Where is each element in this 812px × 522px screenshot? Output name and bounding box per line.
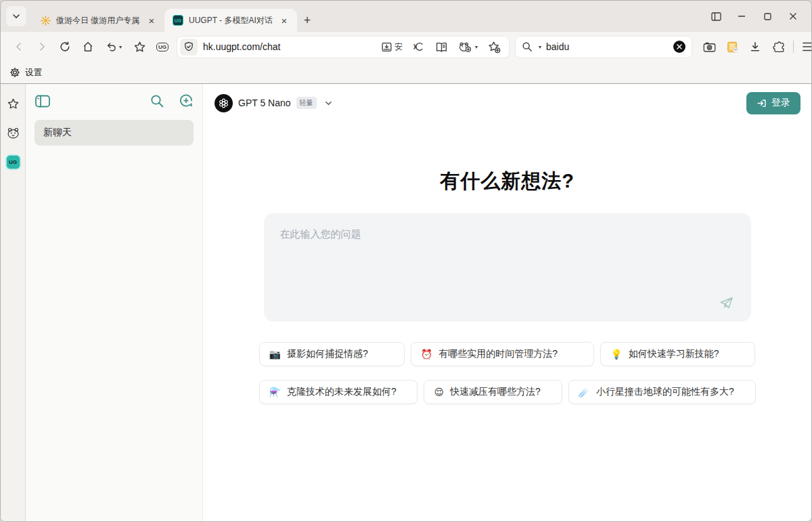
suggestion-chips: 📷 摄影如何捕捉情感? ⏰ 有哪些实用的时间管理方法? 💡 如何快速学习新技能?… — [259, 342, 756, 404]
reading-mode-button[interactable] — [435, 41, 448, 53]
address-bar[interactable]: hk.uugpt.com/chat 安 — [177, 36, 510, 58]
extensions-button[interactable] — [767, 36, 790, 58]
search-box[interactable]: ▾ — [515, 36, 692, 58]
tab-list-button[interactable] — [6, 6, 26, 26]
maxnote-button[interactable] — [721, 36, 744, 58]
site-security-button[interactable] — [180, 39, 198, 56]
shield-check-icon — [183, 41, 194, 52]
favorites-star-icon[interactable] — [7, 97, 20, 110]
tab-uugpt[interactable]: UG UUGPT - 多模型AI对话 × — [164, 9, 297, 32]
ug-box-icon: UG — [156, 43, 168, 51]
model-badge: 轻量 — [296, 97, 317, 109]
suggestion-chip[interactable]: 📷 摄影如何捕捉情感? — [259, 342, 405, 366]
book-icon — [435, 41, 448, 53]
ug-app-button[interactable]: UG — [151, 36, 174, 58]
address-bar-actions: 安 ▾ — [381, 41, 501, 53]
login-label: 登录 — [771, 97, 790, 109]
read-aloud-button[interactable] — [413, 41, 425, 53]
suggestion-text: 如何快速学习新技能? — [629, 348, 719, 360]
star-plus-icon — [488, 41, 501, 53]
camera-emoji-icon: 📷 — [269, 349, 281, 359]
paper-plane-icon — [719, 295, 734, 311]
openai-logo-icon — [215, 94, 233, 112]
forward-button[interactable] — [30, 36, 53, 58]
close-window-button[interactable] — [783, 6, 803, 26]
bookmark-settings[interactable]: 设置 — [25, 67, 42, 79]
secure-download-button[interactable]: 安 — [381, 41, 403, 53]
caret-down-icon: ▾ — [475, 44, 478, 50]
sidebar-toggle-button[interactable] — [35, 94, 51, 108]
chevron-down-icon — [12, 12, 20, 20]
back-button[interactable] — [7, 36, 30, 58]
suggestion-chip[interactable]: ⚗️ 克隆技术的未来发展如何? — [259, 380, 418, 404]
model-selector[interactable]: GPT 5 Nano 轻量 — [215, 94, 332, 112]
chat-plus-icon — [178, 93, 194, 108]
downloads-button[interactable] — [744, 36, 767, 58]
light-bulb-emoji-icon: 💡 — [610, 349, 622, 359]
refresh-button[interactable] — [53, 36, 76, 58]
favorite-button[interactable] — [128, 36, 151, 58]
undo-button[interactable]: ▾ — [99, 36, 128, 58]
suggestion-text: 小行星撞击地球的可能性有多大? — [596, 386, 734, 398]
url-text[interactable]: hk.uugpt.com/chat — [203, 41, 376, 52]
suggestion-chip[interactable]: 😌 快速减压有哪些方法? — [424, 380, 562, 404]
panda-plus-icon — [458, 41, 472, 53]
login-arrow-icon — [757, 98, 767, 108]
panda-icon[interactable] — [6, 127, 20, 139]
sidebar-panel-icon — [35, 94, 51, 108]
chat-main: GPT 5 Nano 轻量 登录 有什么新想法? — [203, 84, 811, 521]
chat-header: GPT 5 Nano 轻量 登录 — [203, 84, 811, 116]
split-view-icon — [711, 12, 721, 21]
caret-down-icon: ▾ — [119, 44, 122, 50]
login-button[interactable]: 登录 — [746, 92, 800, 114]
main-menu-button[interactable] — [797, 36, 812, 58]
puzzle-icon — [772, 41, 785, 53]
maximize-button[interactable] — [757, 6, 777, 26]
screenshot-button[interactable] — [698, 36, 721, 58]
chevron-right-icon — [37, 41, 47, 52]
new-chat-button[interactable] — [178, 93, 194, 108]
undo-icon — [106, 41, 118, 53]
close-icon — [677, 44, 682, 49]
sun-icon — [40, 15, 51, 26]
tab-strip: 傲游今日 傲游用户专属 × UG UUGPT - 多模型AI对话 × + — [1, 1, 811, 32]
download-box-icon — [381, 41, 392, 53]
clear-search-button[interactable] — [673, 41, 685, 53]
search-input[interactable] — [546, 41, 669, 52]
relieved-face-emoji-icon: 😌 — [434, 387, 444, 397]
model-name: GPT 5 Nano — [238, 97, 291, 108]
suggestion-text: 快速减压有哪些方法? — [450, 386, 541, 398]
close-icon[interactable]: × — [145, 14, 158, 26]
home-button[interactable] — [76, 36, 99, 58]
suggestion-text: 有哪些实用的时间管理方法? — [438, 348, 558, 360]
chat-list-item-new[interactable]: 新聊天 — [35, 120, 194, 146]
app-strip: UG — [1, 84, 26, 521]
suggestion-text: 摄影如何捕捉情感? — [287, 348, 368, 360]
send-button[interactable] — [719, 295, 734, 311]
refresh-icon — [59, 41, 71, 53]
minimize-button[interactable] — [731, 6, 752, 26]
chevron-down-icon — [325, 100, 332, 107]
close-icon[interactable]: × — [278, 14, 290, 26]
collect-panda-button[interactable]: ▾ — [458, 41, 478, 53]
maximize-icon — [764, 13, 771, 20]
suggestion-chip[interactable]: 💡 如何快速学习新技能? — [600, 342, 755, 366]
prompt-textarea[interactable] — [264, 213, 751, 322]
prompt-input-box[interactable] — [264, 213, 751, 322]
chat-sidebar: 新聊天 — [26, 84, 203, 521]
browser-window: 傲游今日 傲游用户专属 × UG UUGPT - 多模型AI对话 × + — [0, 0, 812, 522]
add-bookmark-button[interactable] — [488, 41, 501, 53]
split-view-button[interactable] — [706, 6, 726, 26]
page-content: UG — [1, 84, 811, 521]
tab-maxthon-today[interactable]: 傲游今日 傲游用户专属 × — [32, 9, 164, 32]
chevron-left-icon — [14, 41, 24, 52]
suggestion-text: 克隆技术的未来发展如何? — [287, 386, 397, 398]
chat-sidebar-header — [35, 93, 194, 108]
suggestion-chip[interactable]: ☄️ 小行星撞击地球的可能性有多大? — [568, 380, 756, 404]
search-chats-button[interactable] — [150, 93, 164, 108]
new-tab-button[interactable]: + — [297, 9, 317, 32]
comet-emoji-icon: ☄️ — [579, 387, 590, 397]
ug-app-icon[interactable]: UG — [7, 156, 20, 169]
listen-icon — [413, 41, 425, 53]
suggestion-chip[interactable]: ⏰ 有哪些实用的时间管理方法? — [411, 342, 594, 366]
